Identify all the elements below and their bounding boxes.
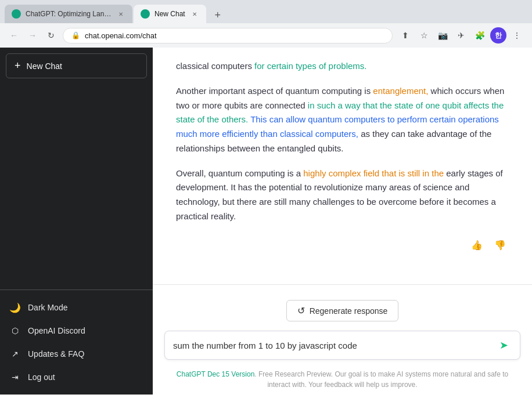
chatgpt-tab-icon — [12, 9, 21, 19]
refresh-button[interactable]: ↻ — [44, 28, 58, 42]
footer-description: . Free Research Preview. Our goal is to … — [254, 370, 508, 389]
divider — [153, 284, 532, 285]
bookmark-button[interactable]: ☆ — [416, 27, 432, 44]
browser-actions: ⬆ ☆ 📷 ✈ 🧩 한 ⋮ — [397, 27, 525, 44]
tab-chatgpt-close[interactable]: ✕ — [116, 9, 125, 19]
tab-chatgpt-label: ChatGPT: Optimizing Language — [26, 10, 112, 18]
regenerate-row: ↺ Regenerate response — [153, 294, 532, 331]
new-chat-button[interactable]: + New Chat — [6, 53, 147, 78]
dark-mode-label: Dark Mode — [28, 303, 67, 312]
content-area: classical computers for certain types of… — [153, 48, 532, 284]
thumbs-down-button[interactable]: 👎 — [491, 237, 509, 254]
feedback-row: 👍 👎 — [176, 234, 509, 260]
sidebar-spacer — [0, 78, 153, 290]
regenerate-label: Regenerate response — [310, 306, 388, 316]
updates-label: Updates & FAQ — [28, 349, 84, 359]
lock-icon: 🔒 — [71, 31, 80, 39]
updates-icon: ↗ — [9, 348, 21, 360]
sidebar-item-dark-mode[interactable]: 🌙 Dark Mode — [0, 296, 153, 319]
plus-icon: + — [15, 60, 21, 72]
paragraph-2: Overall, quantum computing is a highly c… — [176, 167, 509, 224]
tab-newchat-label: New Chat — [154, 10, 185, 18]
svg-point-0 — [13, 11, 19, 17]
sidebar-item-updates-faq[interactable]: ↗ Updates & FAQ — [0, 342, 153, 366]
discord-icon: ⬡ — [9, 325, 21, 337]
message-content: classical computers for certain types of… — [176, 48, 509, 224]
new-tab-button[interactable]: + — [210, 7, 226, 23]
main-content: classical computers for certain types of… — [153, 48, 532, 395]
back-button[interactable]: ← — [7, 28, 21, 42]
profile-button[interactable]: 한 — [490, 27, 506, 44]
regenerate-icon: ↺ — [297, 305, 305, 316]
address-text: chat.openai.com/chat — [85, 31, 384, 40]
svg-point-1 — [142, 11, 148, 17]
extensions-button[interactable]: 🧩 — [472, 27, 488, 44]
footer-text: ChatGPT Dec 15 Version. Free Research Pr… — [153, 366, 532, 395]
logout-label: Log out — [28, 372, 55, 382]
translate-button[interactable]: ✈ — [453, 27, 469, 44]
tab-bar: ChatGPT: Optimizing Language ✕ New Chat … — [0, 0, 532, 23]
menu-button[interactable]: ⋮ — [509, 27, 525, 44]
regenerate-button[interactable]: ↺ Regenerate response — [286, 300, 399, 321]
sidebar-bottom: 🌙 Dark Mode ⬡ OpenAI Discord ↗ Updates &… — [0, 290, 153, 395]
message-input[interactable]: sum the number from 1 to 10 by javascrip… — [173, 341, 495, 350]
sidebar-item-logout[interactable]: ⇥ Log out — [0, 366, 153, 389]
browser-controls: ← → ↻ 🔒 chat.openai.com/chat ⬆ ☆ 📷 ✈ 🧩 한… — [0, 23, 532, 48]
camera-button[interactable]: 📷 — [434, 27, 451, 44]
newchat-tab-icon — [141, 9, 150, 19]
discord-label: OpenAI Discord — [28, 326, 85, 335]
thumbs-up-button[interactable]: 👍 — [468, 237, 486, 254]
paragraph-0: classical computers for certain types of… — [176, 59, 509, 74]
app-layout: + New Chat 🌙 Dark Mode ⬡ OpenAI Discord … — [0, 48, 532, 395]
paragraph-1: Another important aspect of quantum comp… — [176, 84, 509, 156]
send-button[interactable]: ➤ — [495, 337, 512, 353]
address-bar[interactable]: 🔒 chat.openai.com/chat — [63, 28, 393, 44]
share-button[interactable]: ⬆ — [397, 27, 414, 44]
logout-icon: ⇥ — [9, 371, 21, 383]
input-area: sum the number from 1 to 10 by javascrip… — [153, 331, 532, 366]
tab-newchat-close[interactable]: ✕ — [190, 9, 199, 19]
version-link[interactable]: ChatGPT Dec 15 Version — [177, 370, 255, 378]
browser-chrome: ChatGPT: Optimizing Language ✕ New Chat … — [0, 0, 532, 48]
input-box: sum the number from 1 to 10 by javascrip… — [164, 331, 520, 360]
sidebar-item-discord[interactable]: ⬡ OpenAI Discord — [0, 319, 153, 342]
sidebar: + New Chat 🌙 Dark Mode ⬡ OpenAI Discord … — [0, 48, 153, 395]
tab-chatgpt[interactable]: ChatGPT: Optimizing Language ✕ — [5, 5, 132, 23]
dark-mode-icon: 🌙 — [9, 302, 21, 313]
new-chat-label: New Chat — [27, 61, 62, 71]
forward-button[interactable]: → — [26, 28, 39, 42]
tab-newchat[interactable]: New Chat ✕ — [134, 5, 206, 23]
